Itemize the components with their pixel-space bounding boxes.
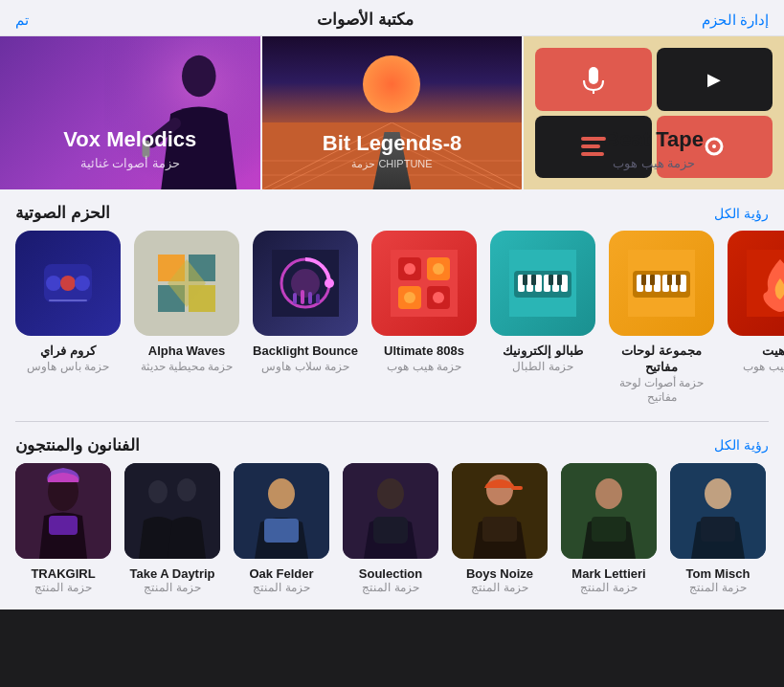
svg-rect-81: [264, 519, 299, 543]
artists-header: رؤية الكل الفنانون والمنتجون: [0, 422, 784, 463]
svg-point-21: [46, 276, 61, 291]
pack-alpha[interactable]: Alpha Waves حزمة محيطية حديثة: [134, 231, 239, 406]
artists-scroll: TRAKGIRL حزمة المنتج Take A Daytrip حزمة…: [0, 463, 784, 609]
hero-8bit[interactable]: 8-Bit Legends CHIPTUNE حزمة: [262, 36, 523, 189]
pack-backlight[interactable]: Backlight Bounce حزمة سلاب هاوس: [253, 231, 358, 406]
pack-808-name: Ultimate 808s: [384, 344, 464, 360]
svg-rect-94: [701, 517, 735, 542]
artist-boys-sub: حزمة المنتج: [471, 581, 527, 594]
packs-section-title: الحزم الصوتية: [15, 203, 110, 223]
artist-mark[interactable]: Mark Lettieri حزمة المنتج: [561, 463, 657, 594]
pack-keyboard-teal[interactable]: طبالو إلكترونيك حزمة الطبال: [490, 231, 595, 406]
svg-rect-67: [680, 275, 686, 292]
manage-button[interactable]: إدارة الحزم: [702, 11, 769, 29]
svg-rect-56: [523, 275, 527, 285]
hero-beat-tape-title: Beat Tape: [604, 127, 704, 152]
page-title: مكتبة الأصوات: [29, 10, 702, 30]
bottom-bar: [0, 609, 784, 686]
svg-rect-55: [561, 275, 568, 292]
svg-rect-75: [49, 516, 78, 535]
artist-take-sub: حزمة المنتج: [144, 581, 200, 594]
pack-alpha-name: Alpha Waves: [148, 344, 225, 360]
artist-mark-photo: [561, 463, 657, 559]
svg-rect-24: [49, 299, 87, 301]
artist-trakgirl[interactable]: TRAKGIRL حزمة المنتج: [15, 463, 111, 594]
artist-boys[interactable]: Boys Noize حزمة المنتج: [452, 463, 548, 594]
pack-chrome[interactable]: كروم فراي حزمة باس هاوس: [15, 231, 121, 406]
svg-point-78: [177, 478, 196, 501]
pack-heat-sub: حزمة هيب هوب: [743, 360, 784, 375]
artist-boys-photo: [452, 463, 548, 559]
artist-take-name: Take A Daytrip: [129, 566, 214, 581]
artist-misch[interactable]: Tom Misch حزمة المنتج: [670, 463, 766, 594]
hero-vox-title: Vox Melodics: [10, 127, 251, 152]
artist-take-photo: [124, 463, 220, 559]
artist-soulection[interactable]: Soulection حزمة المنتج: [343, 463, 438, 594]
artist-oak-photo: [234, 463, 329, 559]
pack-heat-icon: [728, 231, 784, 336]
pack-keyboard-yellow[interactable]: مجموعة لوحات مفاتيح حزمة أصوات لوحة مفات…: [609, 231, 714, 406]
svg-point-47: [433, 292, 444, 303]
pack-808-sub: حزمة هيب هوب: [387, 360, 461, 375]
artists-section-title: الفنانون والمنتجون: [15, 435, 140, 455]
svg-rect-38: [316, 294, 320, 303]
packs-scroll: كروم فراي حزمة باس هاوس Alpha Waves حزمة…: [0, 231, 784, 421]
sound-packs-header: رؤية الكل الحزم الصوتية: [0, 189, 784, 231]
svg-rect-0: [589, 67, 598, 84]
pack-808-icon: [371, 231, 477, 336]
svg-point-80: [268, 478, 295, 509]
svg-point-44: [404, 263, 415, 275]
packs-view-all[interactable]: رؤية الكل: [714, 206, 769, 221]
hero-vox-subtitle: حزمة أصوات غنائية: [10, 156, 251, 170]
pack-heat-name: ذا هيت: [762, 344, 784, 360]
artist-misch-name: Tom Misch: [686, 566, 750, 581]
svg-point-22: [60, 276, 76, 291]
artist-misch-photo: [670, 463, 766, 559]
svg-rect-84: [373, 517, 408, 543]
svg-point-45: [433, 263, 444, 275]
svg-rect-64: [654, 275, 661, 292]
artist-soulection-sub: حزمة المنتج: [362, 581, 418, 594]
pack-chrome-sub: حزمة باس هاوس: [27, 360, 109, 375]
pack-alpha-icon: [134, 231, 239, 336]
pack-keyboard-yellow-sub: حزمة أصوات لوحة مفاتيح: [609, 376, 714, 406]
hero-beat-tape[interactable]: ▶: [524, 36, 784, 189]
artist-oak[interactable]: Oak Felder حزمة المنتج: [234, 463, 329, 594]
svg-point-17: [182, 55, 216, 97]
artist-oak-sub: حزمة المنتج: [253, 581, 309, 594]
hero-beat-tape-subtitle: حزمة هيب هوب: [613, 156, 695, 170]
svg-rect-88: [482, 517, 517, 542]
pack-keyboard-yellow-name: مجموعة لوحات مفاتيح: [609, 344, 714, 376]
svg-point-23: [75, 276, 90, 291]
svg-point-83: [377, 478, 404, 509]
pack-alpha-sub: حزمة محيطية حديثة: [141, 360, 234, 375]
hero-vox[interactable]: Vox Melodics حزمة أصوات غنائية: [0, 36, 260, 189]
svg-rect-36: [301, 290, 304, 304]
pack-808[interactable]: Ultimate 808s حزمة هيب هوب: [371, 231, 477, 406]
main-container: إدارة الحزم مكتبة الأصوات تم ▶: [0, 0, 784, 609]
svg-point-93: [705, 478, 731, 509]
pack-chrome-name: كروم فراي: [40, 344, 96, 360]
artist-take[interactable]: Take A Daytrip حزمة المنتج: [124, 463, 220, 594]
artists-view-all[interactable]: رؤية الكل: [714, 437, 769, 453]
svg-rect-71: [676, 275, 681, 285]
hero-section: ▶: [0, 36, 784, 189]
pack-keyboard-teal-sub: حزمة الطبال: [512, 360, 572, 375]
artist-trakgirl-sub: حزمة المنتج: [34, 581, 91, 594]
artist-trakgirl-name: TRAKGIRL: [31, 566, 95, 581]
svg-rect-69: [650, 275, 655, 285]
svg-point-34: [325, 278, 334, 288]
svg-rect-70: [667, 275, 672, 285]
artist-misch-sub: حزمة المنتج: [689, 581, 746, 594]
svg-point-77: [148, 480, 168, 503]
done-button[interactable]: تم: [15, 11, 29, 29]
hero-8bit-title: 8-Bit Legends: [262, 131, 523, 156]
pack-keyboard-yellow-icon: [609, 231, 714, 336]
svg-point-90: [595, 478, 622, 509]
pack-heat[interactable]: ذا هيت حزمة هيب هوب: [728, 231, 784, 406]
svg-rect-91: [592, 517, 626, 542]
artist-boys-name: Boys Noize: [466, 566, 533, 581]
svg-rect-52: [535, 275, 542, 292]
svg-rect-35: [293, 293, 297, 304]
artist-soulection-photo: [343, 463, 438, 559]
